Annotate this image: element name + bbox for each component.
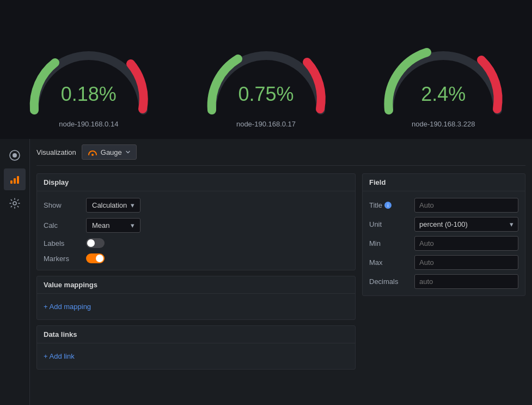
field-decimals-input[interactable] (414, 274, 518, 289)
show-row: Show Calculation ▾ (44, 198, 348, 213)
svg-point-4 (13, 153, 17, 158)
settings-icon (9, 197, 21, 209)
labels-row: Labels (44, 238, 348, 248)
calc-label: Calc (44, 221, 82, 229)
gauge-container-3: 2.4% (378, 28, 509, 116)
calc-dropdown[interactable]: Mean ▾ (86, 218, 140, 233)
add-link-button[interactable]: + Add link (44, 350, 75, 362)
viz-label: Visualization (36, 148, 76, 156)
gauge-type-button[interactable]: Gauge (82, 144, 137, 160)
field-max-label: Max (369, 258, 410, 267)
svg-point-9 (91, 154, 94, 156)
layers-icon (9, 149, 21, 161)
calc-value: Mean (92, 221, 110, 229)
field-max-input[interactable] (414, 255, 518, 270)
field-unit-value: percent (0-100) (419, 220, 468, 228)
field-decimals-label: Decimals (369, 277, 410, 286)
main-content: Visualization Gauge Display Show (30, 139, 532, 405)
calc-chevron-icon: ▾ (131, 221, 134, 229)
add-mapping-button[interactable]: + Add mapping (44, 300, 91, 313)
svg-rect-5 (10, 180, 13, 184)
svg-point-1 (210, 108, 214, 112)
value-mappings-panel: Value mappings + Add mapping (36, 276, 356, 320)
field-min-input[interactable] (414, 236, 518, 251)
field-title-input[interactable] (414, 198, 518, 213)
data-links-body: + Add link (37, 343, 355, 369)
field-min-row: Min (369, 236, 518, 251)
markers-row: Markers (44, 253, 348, 263)
value-mappings-header: Value mappings (37, 276, 355, 294)
field-unit-label: Unit (369, 220, 410, 228)
labels-label: Labels (44, 239, 82, 247)
display-panel-header: Display (37, 174, 355, 191)
sidebar-item-chart[interactable] (4, 168, 26, 190)
calc-row: Calc Mean ▾ (44, 218, 348, 233)
value-mappings-body: + Add mapping (37, 294, 355, 319)
left-column: Display Show Calculation ▾ Calc (36, 173, 356, 375)
svg-rect-6 (14, 178, 16, 184)
display-panel: Display Show Calculation ▾ Calc (36, 173, 356, 270)
viz-bar: Visualization Gauge (36, 144, 525, 166)
gauge-dropdown-icon (125, 149, 131, 155)
field-max-row: Max (369, 255, 518, 270)
field-panel-body: Title i Unit percent (0-100) ▾ (363, 191, 525, 295)
sidebar-item-settings[interactable] (4, 192, 26, 214)
show-dropdown[interactable]: Calculation ▾ (86, 198, 140, 213)
markers-label: Markers (44, 255, 82, 263)
gauge-label-1: node-190.168.0.14 (59, 120, 118, 128)
show-value: Calculation (92, 201, 127, 209)
show-chevron-icon: ▾ (131, 201, 134, 209)
data-links-header: Data links (37, 326, 355, 343)
gauge-panel-3: 2.4% node-190.168.3.228 (354, 0, 532, 139)
markers-toggle-knob (96, 255, 103, 262)
labels-toggle-knob (87, 239, 95, 247)
labels-toggle[interactable] (86, 238, 105, 248)
gauge-label-3: node-190.168.3.228 (412, 120, 475, 128)
gauge-section: 0.18% node-190.168.0.14 0.75% node-190.1… (0, 0, 532, 139)
data-links-panel: Data links + Add link (36, 325, 356, 370)
svg-point-2 (387, 108, 391, 112)
markers-toggle[interactable] (86, 253, 105, 263)
gauge-value-1: 0.18% (61, 83, 117, 106)
svg-point-8 (13, 202, 16, 205)
field-unit-select[interactable]: percent (0-100) ▾ (414, 217, 518, 232)
gauge-panel-2: 0.75% node-190.168.0.17 (178, 0, 355, 139)
sidebar (0, 139, 30, 405)
unit-chevron-icon: ▾ (510, 220, 513, 228)
field-unit-row: Unit percent (0-100) ▾ (369, 217, 518, 232)
field-panel-header: Field (363, 174, 525, 191)
right-column: Field Title i Unit (362, 173, 525, 375)
gauge-value-3: 2.4% (421, 83, 466, 106)
gauge-type-icon (88, 147, 97, 157)
gauge-container-1: 0.18% (23, 28, 154, 116)
field-decimals-row: Decimals (369, 274, 518, 289)
svg-point-0 (32, 108, 36, 112)
field-min-label: Min (369, 239, 410, 247)
gauge-panel-1: 0.18% node-190.168.0.14 (0, 0, 178, 139)
gauge-type-label: Gauge (101, 148, 122, 156)
chart-icon (9, 173, 21, 185)
two-column-layout: Display Show Calculation ▾ Calc (36, 173, 525, 375)
gauge-container-2: 0.75% (201, 28, 332, 116)
display-panel-body: Show Calculation ▾ Calc Mean ▾ (37, 191, 355, 270)
field-title-info-icon[interactable]: i (384, 202, 392, 209)
field-title-row: Title i (369, 198, 518, 213)
show-label: Show (44, 201, 82, 209)
field-title-label: Title i (369, 201, 410, 209)
gauge-value-2: 0.75% (238, 83, 293, 106)
gauge-label-2: node-190.168.0.17 (236, 120, 296, 128)
sidebar-item-layers[interactable] (4, 144, 26, 166)
svg-rect-7 (17, 176, 19, 184)
field-panel: Field Title i Unit (362, 173, 525, 296)
